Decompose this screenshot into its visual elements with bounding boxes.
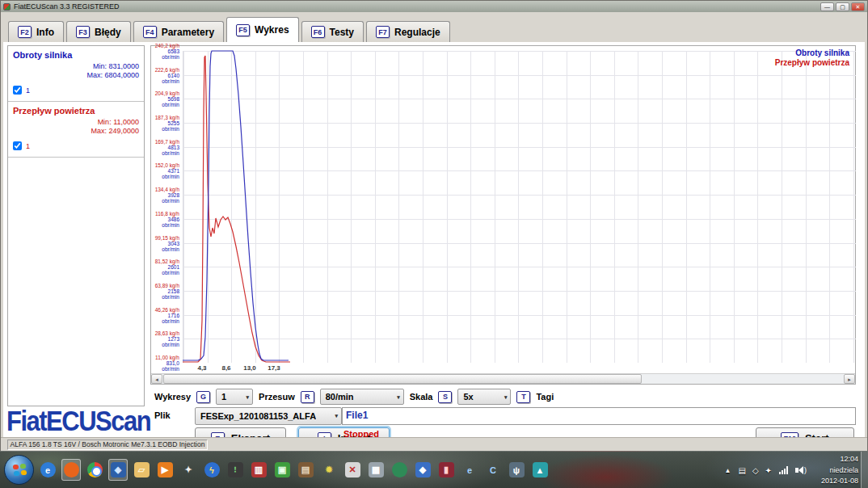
tab-label: Błędy [95,27,121,38]
taskbar-icon-lightning-glyph: ϟ [204,462,220,477]
taskbar-icon-teal[interactable]: ▲ [530,459,550,481]
taskbar-icon-utility-glyph: ▦ [369,462,384,477]
scrollbar-left-arrow-icon[interactable]: ◂ [151,374,162,384]
taskbar-icon-folder[interactable]: ▱ [132,459,151,481]
fiatecuscan-logo: FiatECUScan [6,406,150,438]
taskbar-icon-chrome[interactable] [85,459,104,481]
taskbar-icon-media-player[interactable]: ▶ [155,459,175,481]
close-button[interactable]: ✕ [851,2,865,11]
show-desktop-button[interactable] [861,452,868,488]
skala-select[interactable]: 5x ▾ [457,389,511,405]
tab-wykres[interactable]: F5Wykres [226,17,298,42]
clock-day: niedziela [821,465,858,477]
titlebar: FiatECUScan 3.3 REGISTERED — ▢ ✕ [1,1,867,12]
taskbar-icon-books[interactable]: ▤ [296,459,315,481]
tab-label: Info [36,27,54,38]
taskbar-icon-e2[interactable]: e [460,459,479,481]
wykresy-select-value: 1 [221,392,226,402]
taskbar-icon-chrome-glyph [87,462,103,477]
tray-app-icon-1[interactable]: ▤ [738,466,745,475]
taskbar-icon-red-tool[interactable]: ▮ [436,459,456,481]
series-checkbox-label: 1 [26,142,30,150]
taskbar-icon-firefox[interactable] [61,459,81,481]
tab-label: Wykres [255,24,289,36]
hotkey-t-button[interactable]: T [516,391,530,403]
tab-regulacje[interactable]: F7Regulacje [366,21,450,42]
taskbar-icon-traffic-light-glyph: ⁝ [228,462,243,477]
taskbar-icon-green-orb[interactable] [390,459,409,481]
tab-parametery[interactable]: F4Parametery [133,21,224,42]
dropdown-arrow-icon: ▾ [504,394,508,401]
taskbar-icon-teal-glyph: ▲ [533,462,548,477]
tab-fkey-badge: F5 [236,24,250,36]
content-area: Obroty silnika Min: 831,0000 Max: 6804,0… [3,42,865,437]
scrollbar-right-arrow-icon[interactable]: ▸ [844,374,855,384]
taskbar-icon-green-app[interactable]: ▣ [272,459,292,481]
series-visible-checkbox[interactable] [13,141,22,150]
taskbar-icon-c[interactable]: C [483,459,503,481]
windows-flag-icon [20,464,27,469]
chart: 240,2 kg/h6583 obr/min222,6 kg/h6140 obr… [150,45,856,385]
chart-legend: Obroty silnika Przepływ powietrza [775,48,849,68]
tab-testy[interactable]: F6Testy [301,21,364,42]
chart-controls-row: Wykresy G 1 ▾ Przesuw R 80/min ▾ Skala S… [150,388,856,406]
series-visible-checkbox[interactable] [13,86,22,95]
tray-app-icon-3[interactable]: ✦ [765,466,772,475]
taskbar-icon-fiatecuscan-glyph: ◈ [111,462,126,477]
taskbar-icon-usb[interactable]: ψ [507,459,526,481]
hotkey-s-button[interactable]: S [438,391,452,403]
taskbar-icon-media-player-glyph: ▶ [158,462,173,477]
wykresy-select[interactable]: 1 ▾ [216,389,253,405]
series-block-airflow: Przepływ powietrza Min: 11,0000 Max: 249… [8,102,144,158]
volume-icon[interactable]: ) [795,466,807,474]
series-min: Min: 831,0000 [13,62,139,71]
minimize-button[interactable]: — [820,2,834,11]
series-checkbox-label: 1 [26,86,30,95]
taskbar-icon-folder-glyph: ▱ [134,462,150,477]
series-title: Przepływ powietrza [13,106,139,116]
tab-błędy[interactable]: F3Błędy [66,21,131,42]
windows-flag-icon [13,465,19,470]
taskbar-icon-alien-glyph: ✦ [181,462,196,477]
hidden-icons-arrow[interactable]: ▲ [725,467,731,474]
file-select-value: FESExp_1201081153_ALFA [200,411,316,421]
taskbar-icon-close-app[interactable]: ✕ [343,459,362,481]
taskbar-icon-card-reader[interactable]: ▥ [249,459,268,481]
taskbar-icon-spark[interactable]: ✹ [319,459,339,481]
rpm-line [183,51,289,360]
taskbar-icon-lightning[interactable]: ϟ [202,459,221,481]
tab-label: Testy [330,27,354,38]
tray-app-icon-2[interactable]: ◇ [752,466,759,475]
taskbar: e◈▱▶✦ϟ⁝▥▣▤✹✕▦◆▮eCψ▲ ▲ ▤◇✦ ) 12:04 niedzi… [0,451,868,488]
series-title: Obroty silnika [13,50,139,60]
file-select[interactable]: FESExp_1201081153_ALFA ▾ [195,407,342,425]
file-name-field[interactable]: File1 [342,407,856,425]
taskbar-icon-fiatecuscan[interactable]: ◈ [108,459,128,481]
taskbar-icon-internet-explorer[interactable]: e [38,459,57,481]
start-button-orb[interactable] [4,455,34,485]
tab-fkey-badge: F6 [311,26,325,38]
clock-time: 12:04 [821,454,858,465]
taskbar-icon-traffic-light[interactable]: ⁝ [225,459,245,481]
x-axis-tick-label: 13,0 [243,364,256,372]
network-icon[interactable] [779,466,788,474]
taskbar-icon-blue-app[interactable]: ◆ [413,459,432,481]
window-title: FiatECUScan 3.3 REGISTERED [14,2,120,11]
dropdown-arrow-icon: ▾ [397,394,400,401]
tab-info[interactable]: F2Info [8,21,64,42]
taskbar-clock[interactable]: 12:04 niedziela 2012-01-08 [821,454,858,487]
hotkey-r-button[interactable]: R [301,391,314,403]
tab-label: Regulacje [394,27,440,38]
windows-flag-icon [21,470,27,476]
chart-scrollbar[interactable]: ◂ ▸ [151,373,855,384]
taskbar-icon-spark-glyph: ✹ [322,462,337,477]
series-max: Max: 249,0000 [13,127,139,136]
scrollbar-thumb[interactable] [163,374,642,384]
maximize-button[interactable]: ▢ [836,2,849,11]
file-row: Plik FESExp_1201081153_ALFA ▾ File1 [150,407,856,427]
hotkey-g-button[interactable]: G [196,391,210,403]
taskbar-icon-alien[interactable]: ✦ [179,459,198,481]
przesuw-select[interactable]: 80/min ▾ [320,389,404,405]
taskbar-icon-utility[interactable]: ▦ [366,459,386,481]
vehicle-status-text: ALFA 156 1.8 TS 16V / Bosch Motronic Me7… [7,440,208,450]
